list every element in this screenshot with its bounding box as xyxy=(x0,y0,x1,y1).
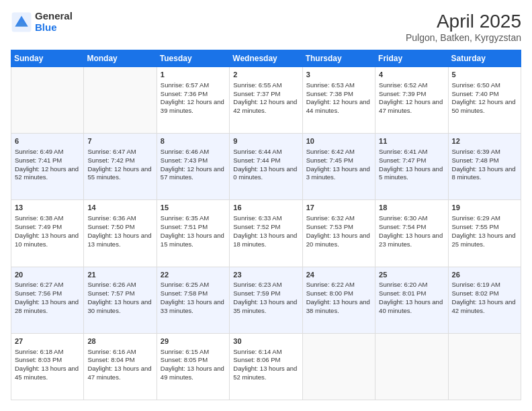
sunset-text: Sunset: 8:03 PM xyxy=(15,356,62,363)
day-number: 10 xyxy=(306,136,371,146)
sunrise-text: Sunrise: 6:22 AM xyxy=(306,281,355,288)
day-number: 9 xyxy=(233,136,298,146)
week-row-5: 27Sunrise: 6:18 AMSunset: 8:03 PMDayligh… xyxy=(11,333,521,400)
sunset-text: Sunset: 7:55 PM xyxy=(452,223,499,230)
sunrise-text: Sunrise: 6:14 AM xyxy=(233,348,281,355)
daylight-text: Daylight: 13 hours and 42 minutes. xyxy=(452,298,516,314)
sunset-text: Sunset: 7:38 PM xyxy=(306,90,353,97)
sunrise-text: Sunrise: 6:38 AM xyxy=(15,214,63,222)
calendar-cell xyxy=(375,333,448,400)
calendar-cell: 14Sunrise: 6:36 AMSunset: 7:50 PMDayligh… xyxy=(84,200,157,267)
day-number: 30 xyxy=(233,336,298,347)
daylight-text: Daylight: 13 hours and 8 minutes. xyxy=(452,165,516,181)
sunrise-text: Sunrise: 6:19 AM xyxy=(452,281,500,288)
daylight-text: Daylight: 13 hours and 30 minutes. xyxy=(87,298,151,314)
day-number: 5 xyxy=(452,70,517,80)
day-number: 18 xyxy=(379,203,444,213)
day-number: 16 xyxy=(233,203,298,213)
sunrise-text: Sunrise: 6:30 AM xyxy=(379,214,427,222)
sunset-text: Sunset: 8:00 PM xyxy=(306,289,353,297)
title-month: April 2025 xyxy=(406,11,521,32)
daylight-text: Daylight: 12 hours and 57 minutes. xyxy=(161,165,224,181)
sunset-text: Sunset: 7:45 PM xyxy=(306,156,353,164)
calendar-cell: 7Sunrise: 6:47 AMSunset: 7:42 PMDaylight… xyxy=(84,134,157,200)
sunset-text: Sunset: 7:48 PM xyxy=(452,156,499,164)
day-number: 21 xyxy=(87,270,152,280)
sunrise-text: Sunrise: 6:49 AM xyxy=(15,148,63,155)
day-number: 1 xyxy=(161,70,226,80)
sunrise-text: Sunrise: 6:41 AM xyxy=(379,148,427,155)
daylight-text: Daylight: 13 hours and 47 minutes. xyxy=(87,365,151,381)
day-number: 27 xyxy=(15,336,80,347)
sunset-text: Sunset: 7:37 PM xyxy=(233,90,280,97)
day-number: 7 xyxy=(87,136,152,146)
calendar-cell: 15Sunrise: 6:35 AMSunset: 7:51 PMDayligh… xyxy=(157,200,229,267)
calendar-cell: 12Sunrise: 6:39 AMSunset: 7:48 PMDayligh… xyxy=(448,134,521,200)
sunrise-text: Sunrise: 6:50 AM xyxy=(452,81,500,89)
calendar-cell xyxy=(84,67,157,134)
calendar-cell: 11Sunrise: 6:41 AMSunset: 7:47 PMDayligh… xyxy=(375,134,448,200)
daylight-text: Daylight: 13 hours and 38 minutes. xyxy=(306,298,370,314)
sunset-text: Sunset: 7:36 PM xyxy=(161,90,208,97)
daylight-text: Daylight: 13 hours and 15 minutes. xyxy=(161,232,224,248)
day-number: 26 xyxy=(452,270,517,280)
col-header-friday: Friday xyxy=(375,50,448,67)
logo-general: General xyxy=(35,11,73,22)
logo-text: General Blue xyxy=(35,11,73,33)
day-number: 22 xyxy=(161,270,226,280)
sunset-text: Sunset: 7:50 PM xyxy=(87,223,134,230)
calendar-cell: 17Sunrise: 6:32 AMSunset: 7:53 PMDayligh… xyxy=(302,200,375,267)
daylight-text: Daylight: 13 hours and 18 minutes. xyxy=(233,232,297,248)
calendar-cell: 29Sunrise: 6:15 AMSunset: 8:05 PMDayligh… xyxy=(157,333,229,400)
sunset-text: Sunset: 7:43 PM xyxy=(161,156,208,164)
daylight-text: Daylight: 13 hours and 33 minutes. xyxy=(161,298,224,314)
header-row: SundayMondayTuesdayWednesdayThursdayFrid… xyxy=(11,50,521,67)
sunrise-text: Sunrise: 6:42 AM xyxy=(306,148,355,155)
day-number: 8 xyxy=(161,136,226,146)
logo-icon xyxy=(11,11,32,33)
daylight-text: Daylight: 13 hours and 40 minutes. xyxy=(379,298,443,314)
calendar-cell: 19Sunrise: 6:29 AMSunset: 7:55 PMDayligh… xyxy=(448,200,521,267)
sunrise-text: Sunrise: 6:23 AM xyxy=(233,281,281,288)
sunset-text: Sunset: 7:59 PM xyxy=(233,289,280,297)
calendar-cell: 1Sunrise: 6:57 AMSunset: 7:36 PMDaylight… xyxy=(157,67,229,134)
daylight-text: Daylight: 13 hours and 10 minutes. xyxy=(15,232,79,248)
sunrise-text: Sunrise: 6:20 AM xyxy=(379,281,427,288)
day-number: 23 xyxy=(233,270,298,280)
title-location: Pulgon, Batken, Kyrgyzstan xyxy=(406,32,521,43)
daylight-text: Daylight: 13 hours and 52 minutes. xyxy=(233,365,297,381)
calendar-cell: 13Sunrise: 6:38 AMSunset: 7:49 PMDayligh… xyxy=(11,200,84,267)
calendar-cell: 16Sunrise: 6:33 AMSunset: 7:52 PMDayligh… xyxy=(230,200,302,267)
sunset-text: Sunset: 7:54 PM xyxy=(379,223,426,230)
daylight-text: Daylight: 13 hours and 49 minutes. xyxy=(161,365,224,381)
daylight-text: Daylight: 12 hours and 55 minutes. xyxy=(87,165,151,181)
sunset-text: Sunset: 7:47 PM xyxy=(379,156,426,164)
calendar-cell: 27Sunrise: 6:18 AMSunset: 8:03 PMDayligh… xyxy=(11,333,84,400)
calendar-cell: 23Sunrise: 6:23 AMSunset: 7:59 PMDayligh… xyxy=(230,267,302,333)
day-number: 12 xyxy=(452,136,517,146)
sunrise-text: Sunrise: 6:26 AM xyxy=(87,281,136,288)
calendar-cell: 2Sunrise: 6:55 AMSunset: 7:37 PMDaylight… xyxy=(230,67,302,134)
daylight-text: Daylight: 13 hours and 20 minutes. xyxy=(306,232,370,248)
logo-blue: Blue xyxy=(35,22,73,34)
daylight-text: Daylight: 13 hours and 0 minutes. xyxy=(233,165,297,181)
sunset-text: Sunset: 8:05 PM xyxy=(161,356,208,363)
sunset-text: Sunset: 8:02 PM xyxy=(452,289,499,297)
sunset-text: Sunset: 7:57 PM xyxy=(87,289,134,297)
sunset-text: Sunset: 8:01 PM xyxy=(379,289,426,297)
calendar-cell xyxy=(11,67,84,134)
calendar-cell: 28Sunrise: 6:16 AMSunset: 8:04 PMDayligh… xyxy=(84,333,157,400)
daylight-text: Daylight: 12 hours and 42 minutes. xyxy=(233,98,297,114)
sunrise-text: Sunrise: 6:52 AM xyxy=(379,81,427,89)
title-block: April 2025 Pulgon, Batken, Kyrgyzstan xyxy=(406,11,521,43)
sunset-text: Sunset: 8:06 PM xyxy=(233,356,280,363)
calendar-cell xyxy=(302,333,375,400)
daylight-text: Daylight: 13 hours and 45 minutes. xyxy=(15,365,79,381)
sunset-text: Sunset: 7:53 PM xyxy=(306,223,353,230)
daylight-text: Daylight: 12 hours and 50 minutes. xyxy=(452,98,516,114)
sunset-text: Sunset: 7:56 PM xyxy=(15,289,62,297)
calendar-cell: 5Sunrise: 6:50 AMSunset: 7:40 PMDaylight… xyxy=(448,67,521,134)
day-number: 3 xyxy=(306,70,371,80)
calendar-table: SundayMondayTuesdayWednesdayThursdayFrid… xyxy=(11,50,521,400)
sunrise-text: Sunrise: 6:46 AM xyxy=(161,148,209,155)
